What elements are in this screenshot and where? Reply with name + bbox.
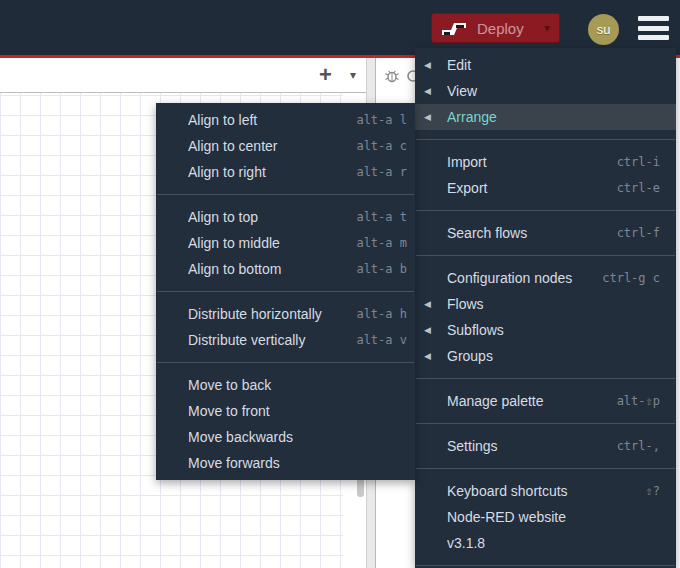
menu-item-move-to-back[interactable]: Move to back	[156, 372, 415, 398]
menu-item-label: Align to top	[188, 204, 344, 230]
menu-item-label: Keyboard shortcuts	[447, 478, 634, 504]
menu-item-search-flows[interactable]: Search flowsctrl-f	[415, 220, 676, 246]
hamburger-icon	[638, 16, 669, 21]
menu-item-align-to-left[interactable]: Align to leftalt-a l	[156, 107, 415, 133]
menu-item-label: Align to right	[188, 159, 344, 185]
menu-item-align-to-right[interactable]: Align to rightalt-a r	[156, 159, 415, 185]
menu-item-configuration-nodes[interactable]: Configuration nodesctrl-g c	[415, 265, 676, 291]
menu-item-shortcut: alt-a v	[356, 327, 407, 353]
deploy-button-label: Deploy	[477, 20, 524, 37]
menu-item-subflows[interactable]: ◀Subflows	[415, 317, 676, 343]
menu-item-label: v3.1.8	[447, 530, 648, 556]
menu-item-label: Align to left	[188, 107, 344, 133]
main-menu-button[interactable]	[638, 16, 669, 40]
menu-item-flows[interactable]: ◀Flows	[415, 291, 676, 317]
menu-item-distribute-horizontally[interactable]: Distribute horizontallyalt-a h	[156, 301, 415, 327]
menu-item-shortcut: ctrl-i	[617, 149, 660, 175]
menu-item-shortcut: alt-a r	[356, 159, 407, 185]
menu-item-align-to-center[interactable]: Align to centeralt-a c	[156, 133, 415, 159]
menu-item-node-red-website[interactable]: Node-RED website	[415, 504, 676, 530]
menu-item-label: Align to center	[188, 133, 344, 159]
submenu-arrow-icon: ◀	[424, 104, 431, 130]
menu-item-arrange[interactable]: ◀Arrange	[415, 104, 676, 130]
menu-separator	[416, 139, 675, 140]
menu-item-label: Move backwards	[188, 424, 395, 450]
submenu-arrow-icon: ◀	[424, 317, 431, 343]
menu-item-view[interactable]: ◀View	[415, 78, 676, 104]
menu-separator	[416, 423, 675, 424]
menu-separator	[416, 565, 675, 566]
menu-item-edit[interactable]: ◀Edit	[415, 52, 676, 78]
menu-item-settings[interactable]: Settingsctrl-,	[415, 433, 676, 459]
menu-item-move-forwards[interactable]: Move forwards	[156, 450, 415, 476]
menu-item-label: View	[447, 78, 648, 104]
menu-item-label: Subflows	[447, 317, 648, 343]
debug-bug-icon[interactable]	[384, 68, 400, 84]
menu-item-label: Arrange	[447, 104, 648, 130]
menu-item-shortcut: ctrl-f	[617, 220, 660, 246]
menu-item-shortcut: alt-a l	[356, 107, 407, 133]
menu-item-label: Move to front	[188, 398, 395, 424]
submenu-arrow-icon: ◀	[424, 343, 431, 369]
menu-item-label: Configuration nodes	[447, 265, 590, 291]
menu-item-shortcut: alt-a t	[356, 204, 407, 230]
menu-item-align-to-middle[interactable]: Align to middlealt-a m	[156, 230, 415, 256]
menu-item-label: Groups	[447, 343, 648, 369]
menu-item-manage-palette[interactable]: Manage palettealt-⇧p	[415, 388, 676, 414]
menu-item-move-backwards[interactable]: Move backwards	[156, 424, 415, 450]
menu-item-label: Import	[447, 149, 605, 175]
avatar-initials: su	[597, 22, 611, 37]
main-menu: ◀Edit◀View◀ArrangeImportctrl-iExportctrl…	[415, 48, 676, 568]
menu-separator	[416, 468, 675, 469]
menu-item-label: Move to back	[188, 372, 395, 398]
header-bar: Deploy ▾ su	[0, 0, 680, 55]
submenu-arrow-icon: ◀	[424, 291, 431, 317]
menu-item-groups[interactable]: ◀Groups	[415, 343, 676, 369]
deploy-button[interactable]: Deploy ▾	[431, 13, 560, 43]
submenu-arrow-icon: ◀	[424, 78, 431, 104]
menu-item-shortcut: alt-a m	[356, 230, 407, 256]
menu-item-distribute-vertically[interactable]: Distribute verticallyalt-a v	[156, 327, 415, 353]
menu-item-label: Align to middle	[188, 230, 344, 256]
menu-item-label: Edit	[447, 52, 648, 78]
menu-item-shortcut: ctrl-g c	[602, 265, 660, 291]
deploy-icon	[441, 20, 467, 36]
menu-item-shortcut: alt-a c	[356, 133, 407, 159]
menu-item-shortcut: alt-a h	[356, 301, 407, 327]
menu-item-label: Flows	[447, 291, 648, 317]
menu-item-label: Export	[447, 175, 605, 201]
menu-item-label: Move forwards	[188, 450, 395, 476]
menu-separator	[157, 362, 414, 363]
menu-item-shortcut: ⇧?	[646, 478, 660, 504]
menu-separator	[416, 255, 675, 256]
menu-item-label: Settings	[447, 433, 605, 459]
menu-item-shortcut: ctrl-e	[617, 175, 660, 201]
menu-item-label: Distribute horizontally	[188, 301, 344, 327]
menu-item-import[interactable]: Importctrl-i	[415, 149, 676, 175]
workspace-tab-bar: + ▾	[0, 58, 366, 93]
node-red-editor: Deploy ▾ su + ▾	[0, 0, 680, 568]
menu-item-label: Align to bottom	[188, 256, 344, 282]
arrange-submenu: Align to leftalt-a lAlign to centeralt-a…	[156, 103, 415, 480]
flow-list-chevron-icon[interactable]: ▾	[350, 68, 356, 82]
menu-separator	[416, 210, 675, 211]
menu-item-label: Node-RED website	[447, 504, 648, 530]
user-avatar[interactable]: su	[588, 14, 619, 45]
menu-item-v3.1.8[interactable]: v3.1.8	[415, 530, 676, 556]
menu-item-align-to-bottom[interactable]: Align to bottomalt-a b	[156, 256, 415, 282]
menu-item-shortcut: alt-a b	[356, 256, 407, 282]
menu-item-keyboard-shortcuts[interactable]: Keyboard shortcuts⇧?	[415, 478, 676, 504]
menu-item-shortcut: ctrl-,	[617, 433, 660, 459]
menu-item-label: Manage palette	[447, 388, 605, 414]
menu-separator	[416, 378, 675, 379]
submenu-arrow-icon: ◀	[424, 52, 431, 78]
menu-separator	[157, 194, 414, 195]
add-flow-button[interactable]: +	[319, 64, 332, 86]
menu-item-label: Search flows	[447, 220, 605, 246]
menu-item-label: Distribute vertically	[188, 327, 344, 353]
menu-item-align-to-top[interactable]: Align to topalt-a t	[156, 204, 415, 230]
menu-item-shortcut: alt-⇧p	[617, 388, 660, 414]
menu-item-export[interactable]: Exportctrl-e	[415, 175, 676, 201]
menu-item-move-to-front[interactable]: Move to front	[156, 398, 415, 424]
deploy-dropdown-chevron-icon[interactable]: ▾	[536, 21, 550, 35]
